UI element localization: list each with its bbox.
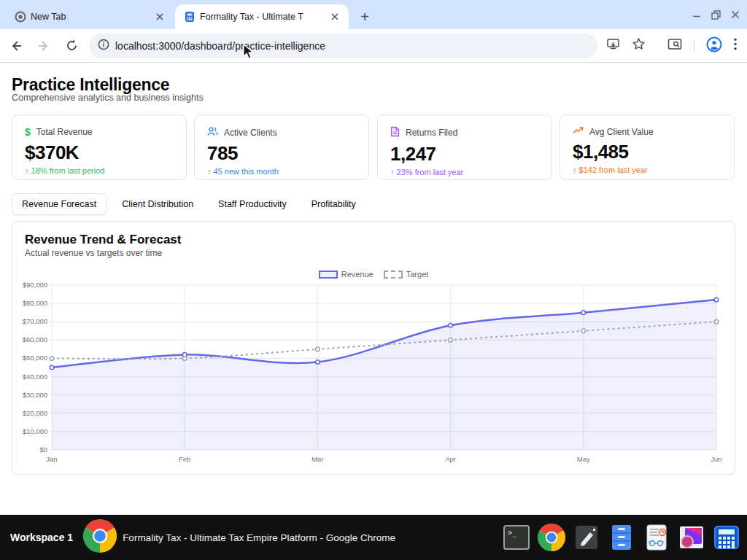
dollar-icon: $ (25, 126, 31, 138)
text-editor-icon[interactable] (572, 523, 601, 552)
reload-button[interactable] (60, 34, 83, 58)
taskbar-tray: >_ (502, 523, 741, 552)
svg-text:Apr: Apr (445, 455, 456, 463)
tab-close-icon[interactable] (328, 10, 341, 23)
site-info-icon[interactable] (98, 39, 109, 53)
stat-delta: ↑ 23% from last year (390, 168, 539, 176)
screen: New Tab Formality Tax - Ultimate T + (0, 0, 747, 560)
svg-text:$10,000: $10,000 (23, 427, 47, 435)
tab-close-icon[interactable] (153, 10, 166, 23)
chart-subtitle: Actual revenue vs targets over time (25, 248, 162, 258)
new-tab-button[interactable]: + (355, 7, 375, 27)
target-swatch-icon (384, 271, 403, 279)
stat-card-returns-filed: Returns Filed 1,247 ↑ 23% from last year (377, 114, 552, 180)
trend-up-icon (573, 126, 584, 137)
tab-title: Formality Tax - Ultimate T (200, 12, 324, 22)
stat-label: Avg Client Value (589, 127, 654, 137)
svg-text:$40,000: $40,000 (23, 373, 47, 381)
terminal-icon[interactable]: >_ (502, 523, 531, 552)
toolbar-separator (694, 39, 694, 52)
legend-target: Target (384, 270, 429, 279)
chart-svg: $0$10,000$20,000$30,000$40,000$50,000$60… (12, 279, 735, 472)
workspace-label[interactable]: Workspace 1 (10, 532, 73, 543)
dashboard-tabs: Revenue Forecast Client Distribution Sta… (12, 193, 365, 215)
calculator-icon[interactable] (712, 523, 741, 552)
profile-avatar-icon[interactable] (706, 36, 722, 55)
tab-staff-productivity[interactable]: Staff Productivity (209, 194, 296, 214)
close-button[interactable] (731, 10, 740, 19)
tab-revenue-forecast[interactable]: Revenue Forecast (12, 193, 107, 215)
svg-text:Mar: Mar (311, 455, 323, 463)
install-app-icon[interactable] (606, 37, 620, 54)
bookmark-star-icon[interactable] (632, 37, 646, 54)
svg-text:>_: >_ (508, 529, 517, 537)
svg-text:$20,000: $20,000 (23, 409, 47, 417)
chrome-logo-icon[interactable] (83, 519, 117, 556)
chrome-icon[interactable] (537, 523, 566, 552)
svg-text:Feb: Feb (179, 455, 190, 463)
taskbar: Workspace 1 Formality Tax - Ultimate Tax… (0, 515, 747, 560)
revenue-chart-card: Revenue Trend & Forecast Actual revenue … (12, 221, 735, 475)
svg-text:$70,000: $70,000 (23, 317, 47, 325)
stat-label: Total Revenue (36, 127, 93, 137)
url-text: localhost:3000/dashboard/practice-intell… (115, 40, 325, 52)
page-subtitle: Comprehensive analytics and business ins… (12, 93, 204, 103)
forward-button[interactable] (32, 34, 55, 58)
tab-client-distribution[interactable]: Client Distribution (112, 194, 203, 214)
users-icon (207, 126, 218, 139)
stat-value: $1,485 (573, 141, 721, 163)
svg-text:$30,000: $30,000 (23, 391, 47, 399)
back-button[interactable] (4, 34, 28, 58)
svg-text:$90,000: $90,000 (23, 281, 47, 289)
stat-label: Active Clients (224, 128, 277, 138)
document-viewer-icon[interactable] (642, 523, 671, 552)
revenue-swatch-icon (319, 271, 338, 279)
stat-card-total-revenue: $Total Revenue $370K ↑ 18% from last per… (12, 114, 187, 180)
minimize-button[interactable] (692, 10, 701, 19)
svg-text:$60,000: $60,000 (23, 335, 47, 343)
taskbar-window-title[interactable]: Formality Tax - Ultimate Tax Empire Plat… (123, 532, 502, 543)
browser-toolbar: localhost:3000/dashboard/practice-intell… (0, 29, 747, 63)
stat-card-active-clients: Active Clients 785 ↑ 45 new this month (194, 114, 369, 180)
chrome-favicon-icon (15, 11, 26, 23)
svg-text:$50,000: $50,000 (23, 354, 47, 362)
stat-delta: ↑ $142 from last year (573, 166, 721, 174)
search-tabs-icon[interactable] (667, 37, 682, 54)
file-cabinet-icon[interactable] (607, 523, 636, 552)
revenue-trend-chart: $0$10,000$20,000$30,000$40,000$50,000$60… (12, 279, 735, 472)
file-icon (390, 126, 400, 139)
stat-value: 785 (207, 142, 356, 165)
url-bar[interactable]: localhost:3000/dashboard/practice-intell… (89, 34, 597, 58)
calculator-favicon-icon (184, 11, 196, 23)
restore-button[interactable] (711, 10, 721, 20)
legend-revenue: Revenue (319, 270, 374, 279)
svg-text:Jun: Jun (711, 455, 721, 463)
stat-delta: ↑ 18% from last period (25, 166, 174, 175)
chart-legend: Revenue Target (12, 270, 735, 279)
browser-tabstrip: New Tab Formality Tax - Ultimate T + (0, 0, 747, 29)
page-title: Practice Intelligence (12, 75, 169, 95)
svg-text:Jan: Jan (46, 455, 57, 463)
stat-delta: ↑ 45 new this month (207, 167, 356, 176)
image-viewer-icon[interactable] (677, 523, 706, 552)
menu-kebab-icon[interactable] (734, 38, 737, 53)
page-content: Practice Intelligence Comprehensive anal… (0, 63, 747, 515)
stat-label: Returns Filed (406, 128, 457, 138)
toolbar-actions (606, 36, 737, 55)
browser-tab-new-tab[interactable]: New Tab (6, 4, 174, 29)
svg-text:May: May (577, 455, 590, 463)
tab-profitability[interactable]: Profitability (302, 194, 365, 214)
browser-tab-formality-tax[interactable]: Formality Tax - Ultimate T (175, 4, 349, 29)
window-controls (692, 0, 740, 29)
chart-title: Revenue Trend & Forecast (25, 233, 181, 247)
stat-value: $370K (25, 141, 174, 164)
stat-value: 1,247 (390, 143, 539, 166)
svg-text:$0: $0 (39, 446, 47, 454)
stat-card-avg-client-value: Avg Client Value $1,485 ↑ $142 from last… (560, 114, 735, 180)
tab-title: New Tab (31, 12, 149, 22)
svg-text:$80,000: $80,000 (23, 299, 47, 307)
